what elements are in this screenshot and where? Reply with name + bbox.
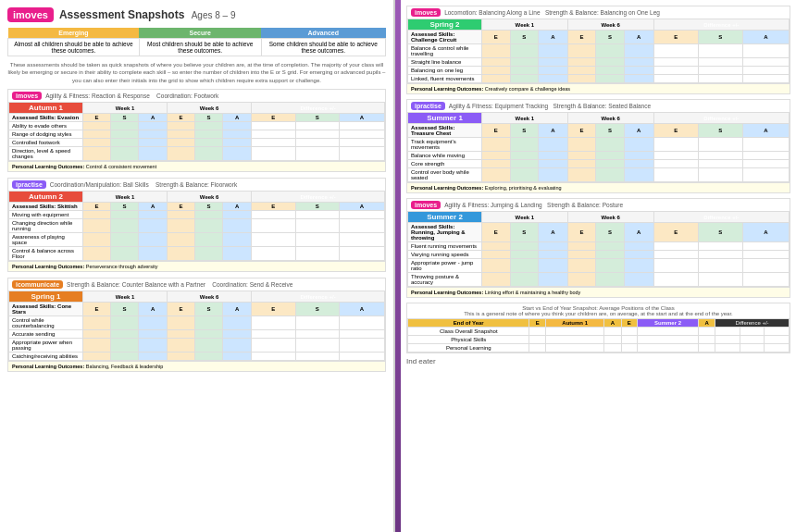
autumn2-logo: ipractise (12, 180, 46, 189)
table-row: Track equipment's movements (408, 138, 790, 152)
end-year-row: Class Overall Snapshot (408, 328, 790, 336)
spring1-logo: icommunicate (12, 280, 63, 289)
summer1-season: Summer 1 (408, 113, 482, 124)
table-row: Controlled footwork (9, 139, 385, 147)
autumn2-personal: Personal Learning Outcomes: Perseverance… (8, 261, 385, 271)
table-row: Varying running speeds (408, 251, 790, 259)
summer2-logo: imoves (411, 201, 441, 209)
autumn1-section: imoves Agility & Fitness: Reaction & Res… (7, 89, 386, 172)
end-of-year-section: Start vs End of Year Snapshot: Average P… (406, 303, 790, 353)
table-row: Appropriate power when passing (9, 339, 385, 353)
spring2-section: imoves Locomotion: Balancing Along a Lin… (406, 6, 790, 94)
autumn1-table: Autumn 1 Week 1 Week 6 Difference +/- As… (8, 102, 385, 161)
table-row: Balance & control while travelling (408, 44, 790, 58)
end-year-row: Personal Learning (408, 344, 790, 353)
table-row: Straight line balance (408, 58, 790, 67)
advanced-header: Advanced (261, 28, 385, 39)
spring2-table: Spring 2 Week 1 Week 6 Difference +/- As… (407, 19, 790, 83)
legend-table: Emerging Secure Advanced Almost all chil… (7, 28, 386, 56)
imoves-logo: imoves (7, 7, 54, 22)
spring2-season: Spring 2 (408, 19, 482, 31)
summer1-personal: Personal Learning Outcomes: Exploring, p… (407, 182, 790, 192)
autumn2-table: Autumn 2 Week 1 Week 6 Difference +/- As… (8, 191, 385, 261)
table-row: Control over body while seated (408, 168, 790, 182)
main-header: imoves Assessment Snapshots Ages 8 – 9 (7, 7, 386, 22)
table-row: Fluent running movements (408, 242, 790, 251)
autumn1-season: Autumn 1 (9, 103, 83, 114)
autumn1-personal: Personal Learning Outcomes: Control & co… (8, 161, 385, 171)
emerging-desc: Almost all children should be able to ac… (8, 39, 140, 56)
end-year-col-label: End of Year (408, 319, 529, 328)
spring2-personal: Personal Learning Outcomes: Creatively c… (407, 83, 790, 93)
spring2-logo: imoves (411, 8, 441, 17)
spring1-season: Spring 1 (9, 291, 83, 303)
advanced-desc: Some children should be able to achieve … (261, 39, 385, 56)
ind-eater-label: Ind eater (406, 357, 790, 365)
table-row: Awareness of playing space (9, 233, 385, 247)
spring1-section: icommunicate Strength & Balance: Counter… (7, 278, 386, 372)
autumn1-week1: Week 1 (83, 103, 168, 114)
summer1-table: Summer 1 Week 1 Week 6 Difference +/- As… (407, 112, 790, 182)
table-row: Range of dodging styles (9, 130, 385, 139)
right-panel: imoves Locomotion: Balancing Along a Lin… (401, 0, 796, 532)
secure-header: Secure (139, 28, 261, 39)
table-row: Throwing posture & accuracy (408, 273, 790, 287)
spring1-header: icommunicate Strength & Balance: Counter… (8, 278, 385, 291)
autumn2-subtitle: Coordination/Manipulation: Ball Skills S… (50, 181, 381, 188)
legend-note: These assessments should be taken as qui… (7, 61, 386, 84)
autumn1-assessed-label: Assessed Skills: Evasion (9, 114, 83, 122)
end-year-table: End of Year E Autumn 1 A E Summer 2 A Di… (407, 318, 790, 353)
summer1-section: ipractise Agility & Fitness: Equipment T… (406, 99, 790, 193)
summer2-season: Summer 2 (408, 212, 482, 223)
left-panel: imoves Assessment Snapshots Ages 8 – 9 E… (0, 0, 395, 532)
table-row: Linked, fluent movements (408, 75, 790, 83)
spring1-personal: Personal Learning Outcomes: Balancing, F… (8, 361, 385, 371)
summer1-header: ipractise Agility & Fitness: Equipment T… (407, 100, 790, 112)
table-row: Direction, level & speed changes (9, 147, 385, 161)
summer2-table: Summer 2 Week 1 Week 6 Difference +/- As… (407, 211, 790, 287)
end-year-row: Physical Skills (408, 336, 790, 344)
end-year-title: Start vs End of Year Snapshot: Average P… (407, 303, 790, 318)
autumn1-subtitle: Agility & Fitness: Reaction & Response C… (45, 93, 381, 99)
secure-desc: Most children should be able to achieve … (139, 39, 261, 56)
emerging-header: Emerging (8, 28, 140, 39)
page-title: Assessment Snapshots Ages 8 – 9 (59, 8, 236, 21)
autumn2-header: ipractise Coordination/Manipulation: Bal… (8, 179, 385, 191)
table-row: Catching/receiving abilities (9, 353, 385, 361)
table-row: Balancing on one leg (408, 67, 790, 75)
table-row: Appropriate power - jump ratio (408, 259, 790, 273)
table-row: Changing direction while running (9, 219, 385, 233)
table-row: Control while counterbalancing (9, 316, 385, 330)
summer1-logo: ipractise (411, 102, 445, 110)
table-row: Balance while moving (408, 152, 790, 160)
spring1-subtitle: Strength & Balance: Counter Balance with… (67, 281, 381, 288)
autumn1-diff: Difference +/- (252, 103, 385, 114)
summer2-header: imoves Agility & Fitness: Jumping & Land… (407, 199, 790, 211)
autumn2-season: Autumn 2 (9, 192, 83, 203)
table-row: Control & balance across Floor (9, 247, 385, 261)
spring1-table: Spring 1 Week 1 Week 6 Difference +/- As… (8, 291, 385, 361)
autumn1-logo: imoves (12, 92, 42, 100)
table-row: Ability to evade others (9, 122, 385, 130)
spring2-header: imoves Locomotion: Balancing Along a Lin… (407, 6, 790, 19)
autumn1-header: imoves Agility & Fitness: Reaction & Res… (8, 90, 385, 102)
autumn2-section: ipractise Coordination/Manipulation: Bal… (7, 178, 386, 272)
autumn1-week6: Week 6 (168, 103, 252, 114)
summer2-personal: Personal Learning Outcomes: Linking effo… (407, 287, 790, 297)
table-row: Moving with equipment (9, 211, 385, 219)
table-row: Accurate sending (9, 330, 385, 339)
table-row: Core strength (408, 160, 790, 168)
summer2-section: imoves Agility & Fitness: Jumping & Land… (406, 198, 790, 298)
